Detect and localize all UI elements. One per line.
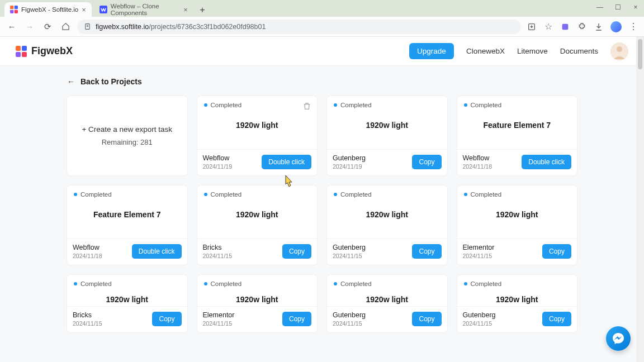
platform-label: Gutenberg [333,154,366,162]
brand-name: FigwebX [31,45,73,57]
status-dot-icon [74,193,77,196]
svg-point-15 [617,46,622,52]
card-title: 1920w light [327,200,447,229]
card-title: 1920w light [197,111,318,140]
project-card[interactable]: Completed1920w lightGutenberg2024/11/15C… [457,275,577,332]
nav-link-documents[interactable]: Documents [560,47,598,55]
card-title: 1920w light [67,289,187,306]
create-task-card[interactable]: + Create a new export taskRemaining: 281 [67,96,187,175]
project-card[interactable]: Completed1920w lightGutenberg2024/11/19C… [327,96,447,175]
brand[interactable]: FigwebX [16,45,73,57]
card-title: 1920w light [457,289,577,306]
card-title: Feature Element 7 [67,200,187,229]
status-dot-icon [334,103,337,107]
back-to-projects-link[interactable]: ← Back to Projects [67,77,577,86]
url-input[interactable]: figwebx.softlite.io/projects/6736c3c3f1b… [77,20,521,34]
scrollbar-thumb[interactable] [638,39,642,69]
browser-tab-inactive[interactable]: Webflow – Clone Components × [94,2,193,17]
favicon-icon [10,6,18,13]
extensions-icon[interactable] [577,22,587,32]
svg-rect-11 [22,46,27,51]
trash-icon[interactable] [302,102,311,113]
card-title: 1920w light [327,289,447,306]
copy-button[interactable]: Copy [412,155,441,169]
copy-button[interactable]: Copy [412,244,441,259]
extension-box-icon[interactable] [560,22,570,32]
date-label: 2024/11/15 [203,320,235,327]
home-icon[interactable] [59,21,72,33]
download-icon[interactable] [594,22,604,32]
close-tab-icon[interactable]: × [82,6,86,14]
site-info-icon [84,23,91,30]
double-click-button[interactable]: Double click [132,244,182,259]
date-label: 2024/11/18 [463,163,493,170]
scrollbar[interactable] [636,37,644,362]
tab-title: FigwebX - Softlite.io [21,6,78,13]
project-card[interactable]: Completed1920w lightGutenberg2024/11/15C… [327,275,447,332]
forward-icon[interactable]: → [23,21,36,33]
project-card[interactable]: Completed1920w lightBricks2024/11/15Copy [197,185,318,265]
date-label: 2024/11/15 [463,253,495,259]
tab-title: Webflow – Clone Components [111,3,180,16]
status-dot-icon [204,282,207,285]
svg-rect-13 [22,52,27,57]
user-avatar[interactable] [610,42,628,60]
status-badge: Completed [334,280,441,287]
status-badge: Completed [464,280,571,287]
profile-avatar-icon[interactable] [610,21,622,32]
copy-button[interactable]: Copy [282,244,311,259]
status-badge: Completed [334,191,441,198]
double-click-button[interactable]: Double click [522,155,571,169]
project-card[interactable]: Completed1920w lightElementor2024/11/15C… [457,185,577,265]
double-click-button[interactable]: Double click [262,155,311,169]
project-card[interactable]: CompletedFeature Element 7Webflow2024/11… [457,96,577,175]
card-title: 1920w light [457,200,577,229]
nav-link-litemove[interactable]: Litemove [517,47,548,55]
date-label: 2024/11/15 [203,253,233,259]
platform-label: Gutenberg [333,311,366,319]
window-minimize-icon[interactable]: — [595,2,605,12]
arrow-left-icon: ← [67,77,75,86]
status-badge: Completed [204,191,311,198]
date-label: 2024/11/15 [463,320,496,327]
platform-label: Gutenberg [333,244,366,251]
platform-label: Bricks [203,244,233,251]
browser-tab-active[interactable]: FigwebX - Softlite.io × [4,2,92,17]
svg-rect-3 [15,10,18,13]
copy-button[interactable]: Copy [282,312,311,326]
nav-link-clonewebx[interactable]: ClonewebX [466,47,505,55]
copy-button[interactable]: Copy [152,312,181,326]
project-card[interactable]: Completed1920w lightWebflow2024/11/19Dou… [197,96,318,175]
window-maximize-icon[interactable]: ☐ [613,2,623,12]
copy-button[interactable]: Copy [412,312,441,326]
project-card[interactable]: CompletedFeature Element 7Webflow2024/11… [67,185,187,265]
project-card[interactable]: Completed1920w lightGutenberg2024/11/15C… [327,185,447,265]
create-task-label: + Create a new export task [82,125,172,134]
status-badge: Completed [334,102,441,108]
status-badge: Completed [464,191,571,198]
date-label: 2024/11/18 [73,253,102,259]
close-tab-icon[interactable]: × [183,6,188,14]
status-dot-icon [334,282,337,285]
bookmark-icon[interactable]: ☆ [543,22,553,32]
upgrade-button[interactable]: Upgrade [409,43,454,59]
new-tab-button[interactable]: + [196,3,209,17]
platform-label: Webflow [203,154,233,162]
status-badge: Completed [204,102,311,108]
date-label: 2024/11/19 [333,163,366,170]
back-icon[interactable]: ← [6,21,18,33]
copy-button[interactable]: Copy [542,312,571,326]
status-badge: Completed [74,191,181,198]
install-icon[interactable] [527,22,537,32]
svg-rect-10 [16,46,21,51]
status-badge: Completed [74,280,181,287]
app-header: FigwebX Upgrade ClonewebX Litemove Docum… [0,37,644,66]
window-close-icon[interactable]: × [631,2,641,12]
project-card[interactable]: Completed1920w lightBricks2024/11/15Copy [67,275,187,332]
platform-label: Elementor [203,311,235,319]
messenger-chat-button[interactable] [606,326,631,351]
copy-button[interactable]: Copy [542,244,571,259]
reload-icon[interactable]: ⟳ [41,21,54,33]
project-card[interactable]: Completed1920w lightElementor2024/11/15C… [197,275,318,332]
menu-dots-icon[interactable]: ⋮ [628,22,638,32]
